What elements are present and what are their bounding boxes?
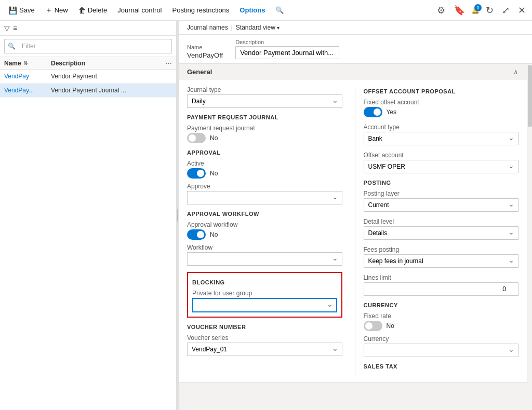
workflow-select-wrapper [187, 252, 342, 266]
expand-icon[interactable]: ⤢ [500, 3, 512, 18]
approval-group: APPROVAL Active No Approve [187, 149, 342, 204]
collapse-icon: ∧ [513, 68, 518, 76]
active-toggle[interactable] [187, 168, 206, 179]
approval-workflow-toggle[interactable] [187, 229, 206, 240]
approve-select[interactable] [187, 191, 342, 204]
fees-posting-group: Fees posting Keep fees in journal [364, 246, 519, 268]
approval-workflow-toggle-row: No [187, 229, 342, 240]
search-icon-small: 🔍 [8, 43, 16, 50]
voucher-series-select[interactable]: VendPay_01 [187, 343, 342, 356]
fixed-offset-toggle-row: Yes [364, 107, 519, 117]
delete-button[interactable]: 🗑 Delete [74, 4, 112, 17]
settings-icon[interactable]: ⚙ [435, 3, 447, 18]
row-description: Vendor Payment [51, 73, 172, 80]
approval-workflow-group: APPROVAL WORKFLOW Approval workflow No [187, 211, 342, 266]
offset-account-select[interactable]: USMF OPER [364, 160, 519, 173]
filter-input[interactable] [18, 41, 168, 51]
notification-bell[interactable]: 🔔 0 [471, 6, 480, 14]
blocking-section: BLOCKING Private for user group [187, 272, 342, 318]
offset-account-group: Offset account USMF OPER [364, 152, 519, 173]
posting-restrictions-button[interactable]: Posting restrictions [168, 4, 234, 16]
close-icon[interactable]: ✕ [516, 3, 528, 18]
sales-tax-group: SALES TAX [364, 363, 519, 370]
options-button[interactable]: Options [235, 4, 269, 16]
fixed-rate-toggle-row: No [364, 321, 519, 331]
toolbar-right: ⚙ 🔖 🔔 0 ↻ ⤢ ✕ [435, 3, 528, 18]
new-button[interactable]: ＋ New [41, 4, 72, 17]
currency-group: CURRENCY Fixed rate No Currency [364, 302, 519, 357]
general-section-header[interactable]: General ∧ [179, 64, 527, 80]
journal-type-group: Journal type Daily [187, 86, 342, 108]
search-button[interactable]: 🔍 [271, 4, 288, 16]
content-area: Journal names | Standard view ▾ Name Ven… [179, 21, 532, 410]
form-inner: General ∧ Journal type Daily [179, 64, 527, 410]
approve-select-wrapper [187, 191, 342, 204]
right-column: OFFSET ACCOUNT PROPOSAL Fixed offset acc… [355, 86, 519, 376]
currency-select-wrapper [364, 344, 519, 357]
search-icon: 🔍 [275, 6, 284, 14]
account-type-select[interactable]: Bank [364, 132, 519, 145]
sidebar: ▽ ≡ 🔍 Name ⇅ Description ⋯ VendPay Vend [0, 21, 177, 410]
filter-icon[interactable]: ▽ [4, 24, 10, 32]
offset-account-proposal-group: OFFSET ACCOUNT PROPOSAL Fixed offset acc… [364, 88, 519, 117]
lines-limit-group: Lines limit [364, 274, 519, 296]
row-description: Vendor Payment Journal ... [51, 87, 172, 94]
fixed-rate-toggle[interactable] [364, 321, 382, 331]
column-more-icon[interactable]: ⋯ [165, 59, 172, 67]
name-field-group: Name VendPayOff [187, 44, 223, 59]
breadcrumb: Journal names | Standard view ▾ [179, 21, 532, 35]
column-header-description: Description [51, 60, 165, 67]
detail-level-group: Detail level Details [364, 218, 519, 240]
currency-select[interactable] [364, 344, 519, 357]
voucher-number-group: VOUCHER NUMBER Voucher series VendPay_01 [187, 324, 342, 356]
fees-posting-select[interactable]: Keep fees in journal [364, 254, 519, 268]
general-section-body: Journal type Daily PAYMENT REQUEST JOURN… [179, 80, 527, 382]
list-item[interactable]: VendPay Vendor Payment [0, 70, 176, 84]
description-input[interactable] [235, 46, 339, 59]
bookmark-icon[interactable]: 🔖 [451, 3, 467, 18]
journal-type-select-wrapper: Daily [187, 94, 342, 108]
private-user-group-select[interactable] [192, 298, 337, 312]
detail-level-select[interactable]: Details [364, 226, 519, 240]
form-container: General ∧ Journal type Daily [179, 64, 532, 410]
journal-control-button[interactable]: Journal control [113, 4, 166, 16]
workflow-select[interactable] [187, 252, 342, 266]
lines-limit-input[interactable] [364, 282, 519, 296]
sort-arrow-icon[interactable]: ⇅ [23, 60, 28, 66]
scrollbar[interactable] [527, 64, 532, 410]
description-field-group: Description [235, 39, 339, 59]
posting-group: POSTING Posting layer Current [364, 180, 519, 212]
list-item[interactable]: VendPay... Vendor Payment Journal ... [0, 84, 176, 98]
main-layout: ▽ ≡ 🔍 Name ⇅ Description ⋯ VendPay Vend [0, 21, 532, 410]
row-name: VendPay [4, 73, 51, 80]
account-type-group: Account type Bank [364, 124, 519, 145]
payment-request-toggle-row: No [187, 133, 342, 143]
general-section: General ∧ Journal type Daily [179, 64, 527, 382]
list-header: Name ⇅ Description ⋯ [0, 57, 176, 70]
voucher-series-select-wrapper: VendPay_01 [187, 343, 342, 356]
save-button[interactable]: 💾 Save [4, 4, 39, 17]
column-header-name: Name ⇅ [4, 60, 51, 67]
account-type-select-wrapper: Bank [364, 132, 519, 145]
save-icon: 💾 [8, 6, 17, 15]
fixed-offset-toggle[interactable] [364, 107, 382, 117]
active-toggle-row: No [187, 168, 342, 179]
posting-layer-select[interactable]: Current [364, 198, 519, 212]
chevron-down-icon: ▾ [277, 25, 280, 31]
payment-request-toggle[interactable] [187, 133, 206, 143]
sort-icon[interactable]: ≡ [13, 24, 17, 32]
detail-level-select-wrapper: Details [364, 226, 519, 240]
row-name: VendPay... [4, 87, 51, 94]
refresh-icon[interactable]: ↻ [484, 3, 496, 18]
list-body: VendPay Vendor Payment VendPay... Vendor… [0, 70, 176, 410]
fees-posting-select-wrapper: Keep fees in journal [364, 254, 519, 268]
private-user-group-select-wrapper [192, 298, 337, 312]
scrollbar-thumb[interactable] [528, 65, 532, 127]
offset-account-select-wrapper: USMF OPER [364, 160, 519, 173]
journal-type-select[interactable]: Daily [187, 94, 342, 108]
toolbar: 💾 Save ＋ New 🗑 Delete Journal control Po… [0, 0, 532, 21]
delete-icon: 🗑 [78, 6, 86, 15]
add-icon: ＋ [45, 6, 52, 15]
left-column: Journal type Daily PAYMENT REQUEST JOURN… [187, 86, 355, 376]
posting-layer-select-wrapper: Current [364, 198, 519, 212]
